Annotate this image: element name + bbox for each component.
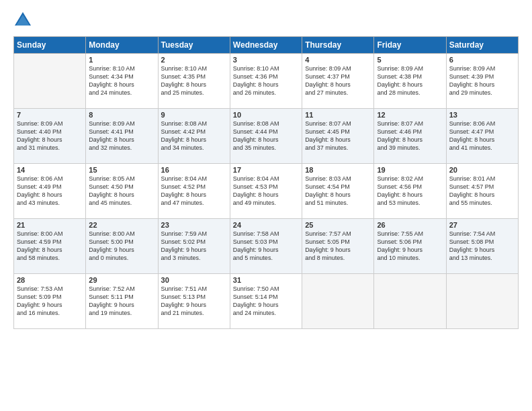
calendar-cell: 28Sunrise: 7:53 AMSunset: 5:09 PMDayligh… (14, 274, 86, 329)
day-info-line: Sunset: 4:50 PM (89, 183, 154, 191)
day-info-line: Sunrise: 8:00 AM (89, 230, 154, 238)
calendar-cell: 2Sunrise: 8:10 AMSunset: 4:35 PMDaylight… (158, 54, 230, 109)
day-info-line: Daylight: 8 hours (161, 191, 227, 199)
day-number: 30 (161, 276, 227, 284)
day-info-line: Sunset: 4:37 PM (305, 73, 371, 81)
day-info-line: Daylight: 8 hours (233, 136, 299, 144)
day-info-line: Sunset: 4:53 PM (233, 183, 299, 191)
day-info-line: Sunrise: 7:50 AM (233, 285, 299, 293)
calendar-header-saturday: Saturday (446, 37, 518, 54)
day-info-line: and 25 minutes. (161, 89, 227, 97)
calendar-cell: 14Sunrise: 8:06 AMSunset: 4:49 PMDayligh… (14, 164, 86, 219)
calendar-cell: 1Sunrise: 8:10 AMSunset: 4:34 PMDaylight… (86, 54, 158, 109)
day-info-line: Daylight: 9 hours (89, 246, 154, 254)
day-info-line: Daylight: 9 hours (305, 246, 371, 254)
day-info-line: Sunrise: 8:08 AM (161, 120, 227, 128)
day-number: 12 (377, 111, 443, 119)
day-info-line: Sunrise: 8:10 AM (89, 64, 154, 73)
day-info-line: and 39 minutes. (377, 144, 443, 152)
day-info-line: Daylight: 9 hours (233, 301, 299, 309)
calendar-header-wednesday: Wednesday (230, 37, 302, 54)
logo-icon (13, 11, 32, 30)
day-info-line: and 41 minutes. (449, 144, 515, 152)
calendar-header-thursday: Thursday (302, 37, 374, 54)
calendar-cell: 26Sunrise: 7:55 AMSunset: 5:06 PMDayligh… (374, 219, 446, 274)
day-info-line: Daylight: 8 hours (449, 191, 515, 199)
day-number: 18 (305, 166, 371, 174)
day-info-line: and 58 minutes. (17, 254, 83, 262)
day-number: 17 (233, 166, 299, 174)
calendar-cell: 7Sunrise: 8:09 AMSunset: 4:40 PMDaylight… (14, 109, 86, 164)
day-number: 24 (233, 221, 299, 229)
day-info-line: and 8 minutes. (305, 254, 371, 262)
day-info-line: and 53 minutes. (377, 199, 443, 207)
day-number: 28 (17, 276, 83, 284)
day-info-line: Sunrise: 8:05 AM (89, 175, 154, 183)
day-number: 20 (449, 166, 515, 174)
day-info-line: and 13 minutes. (449, 254, 515, 262)
day-number: 25 (305, 221, 371, 229)
calendar-week-row: 21Sunrise: 8:00 AMSunset: 4:59 PMDayligh… (14, 219, 519, 274)
day-number: 29 (89, 276, 154, 284)
calendar: SundayMondayTuesdayWednesdayThursdayFrid… (13, 36, 519, 329)
day-info-line: and 31 minutes. (17, 144, 83, 152)
calendar-cell: 18Sunrise: 8:03 AMSunset: 4:54 PMDayligh… (302, 164, 374, 219)
day-info-line: Daylight: 8 hours (17, 136, 83, 144)
day-info-line: Sunrise: 7:58 AM (233, 230, 299, 238)
calendar-cell: 13Sunrise: 8:06 AMSunset: 4:47 PMDayligh… (446, 109, 518, 164)
day-number: 22 (89, 221, 154, 229)
day-info-line: Sunset: 4:45 PM (305, 128, 371, 136)
day-info-line: Daylight: 8 hours (89, 81, 154, 89)
page-container: SundayMondayTuesdayWednesdayThursdayFrid… (0, 0, 532, 336)
calendar-cell: 9Sunrise: 8:08 AMSunset: 4:42 PMDaylight… (158, 109, 230, 164)
day-info-line: Sunrise: 7:57 AM (305, 230, 371, 238)
day-info-line: Sunrise: 8:10 AM (161, 64, 227, 73)
day-info-line: Daylight: 8 hours (305, 191, 371, 199)
calendar-week-row: 7Sunrise: 8:09 AMSunset: 4:40 PMDaylight… (14, 109, 519, 164)
day-info-line: and 45 minutes. (89, 199, 154, 207)
day-info-line: and 3 minutes. (161, 254, 227, 262)
day-number: 8 (89, 111, 154, 119)
day-info-line: Sunset: 4:40 PM (17, 128, 83, 136)
day-info-line: Sunset: 5:03 PM (233, 238, 299, 246)
day-info-line: and 10 minutes. (377, 254, 443, 262)
day-info-line: Daylight: 9 hours (377, 246, 443, 254)
day-number: 1 (89, 56, 154, 64)
header (13, 11, 519, 30)
day-info-line: Sunset: 4:46 PM (377, 128, 443, 136)
calendar-week-row: 28Sunrise: 7:53 AMSunset: 5:09 PMDayligh… (14, 274, 519, 329)
day-info-line: and 34 minutes. (161, 144, 227, 152)
calendar-header-monday: Monday (86, 37, 158, 54)
day-number: 26 (377, 221, 443, 229)
day-info-line: Sunset: 5:02 PM (161, 238, 227, 246)
day-number: 6 (449, 56, 515, 64)
day-info-line: Daylight: 8 hours (161, 136, 227, 144)
day-info-line: Daylight: 9 hours (89, 301, 154, 309)
day-info-line: Sunset: 5:09 PM (17, 293, 83, 301)
day-info-line: Sunset: 4:56 PM (377, 183, 443, 191)
day-number: 23 (161, 221, 227, 229)
calendar-header-sunday: Sunday (14, 37, 86, 54)
day-info-line: Sunrise: 8:04 AM (233, 175, 299, 183)
day-info-line: Sunset: 4:49 PM (17, 183, 83, 191)
day-number: 11 (305, 111, 371, 119)
day-info-line: Daylight: 8 hours (233, 191, 299, 199)
day-info-line: Sunset: 4:54 PM (305, 183, 371, 191)
day-number: 31 (233, 276, 299, 284)
day-info-line: and 49 minutes. (233, 199, 299, 207)
day-info-line: Sunset: 4:52 PM (161, 183, 227, 191)
calendar-cell (14, 54, 86, 109)
calendar-cell: 23Sunrise: 7:59 AMSunset: 5:02 PMDayligh… (158, 219, 230, 274)
calendar-cell: 31Sunrise: 7:50 AMSunset: 5:14 PMDayligh… (230, 274, 302, 329)
day-info-line: Sunrise: 8:08 AM (233, 120, 299, 128)
day-info-line: Sunrise: 8:02 AM (377, 175, 443, 183)
calendar-cell: 20Sunrise: 8:01 AMSunset: 4:57 PMDayligh… (446, 164, 518, 219)
calendar-cell: 22Sunrise: 8:00 AMSunset: 5:00 PMDayligh… (86, 219, 158, 274)
day-info-line: Sunset: 4:39 PM (449, 73, 515, 81)
day-info-line: and 28 minutes. (377, 89, 443, 97)
day-info-line: Daylight: 8 hours (377, 81, 443, 89)
day-info-line: and 55 minutes. (449, 199, 515, 207)
day-info-line: Daylight: 8 hours (377, 136, 443, 144)
calendar-cell: 12Sunrise: 8:07 AMSunset: 4:46 PMDayligh… (374, 109, 446, 164)
day-info-line: Sunset: 4:47 PM (449, 128, 515, 136)
